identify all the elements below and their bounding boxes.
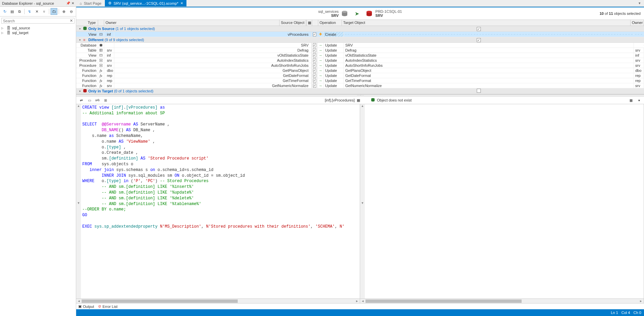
cell-target-object: AutoShortInfoRunJobs	[344, 63, 634, 68]
ab-button[interactable]: a•b	[94, 97, 100, 103]
grid-row[interactable]: DatabaseSRV→UpdateSRV	[76, 43, 644, 48]
cell-type: Function	[76, 68, 98, 73]
scroll-down-icon[interactable]: ▼	[76, 201, 81, 298]
search-box[interactable]: ✕	[1, 18, 75, 24]
svg-point-3	[342, 11, 347, 13]
tree-item-sql-target[interactable]: ▷ 🗄 sql_target	[0, 30, 76, 35]
cell-checkbox[interactable]	[312, 58, 318, 63]
folders-button[interactable]: 🗀	[51, 8, 57, 15]
cell-checkbox[interactable]	[312, 63, 318, 68]
search-input[interactable]	[3, 19, 70, 23]
cell-owner2: srv	[634, 58, 644, 63]
cell-checkbox[interactable]	[312, 78, 318, 83]
view-mode-button[interactable]: ▭	[86, 97, 92, 103]
grid-body: ▾ Only in Source (1 of 1 objects selecte…	[76, 26, 644, 94]
tree-arrow-icon[interactable]: ▷	[1, 27, 5, 30]
connect-button[interactable]: ↯	[26, 8, 33, 15]
group-collapse-icon[interactable]: ▾	[76, 27, 82, 30]
expand-button[interactable]: ⊞	[103, 97, 109, 103]
group-checkbox[interactable]	[476, 27, 482, 31]
cell-checkbox[interactable]	[312, 43, 318, 48]
expand-button[interactable]: ⊕	[60, 8, 67, 15]
group-title: Only in Source (1 of 1 objects selected)	[87, 26, 252, 31]
detail-panes: ▲ ▼ CREATE view [inf].[vProcedures] as -…	[76, 104, 644, 303]
sql-code-view[interactable]: CREATE view [inf].[vProcedures] as -- Ad…	[81, 104, 360, 298]
close-icon[interactable]: ✕	[71, 1, 74, 5]
type-icon	[98, 48, 104, 53]
collapse-button[interactable]: ⊖	[68, 8, 75, 15]
scroll-up-icon[interactable]: ▲	[76, 104, 81, 201]
cell-checkbox[interactable]	[312, 83, 318, 88]
tab-start-page[interactable]: ⌂ Start Page	[76, 0, 105, 6]
selection-summary: 10 of 11 objects selected	[599, 11, 641, 16]
col-operation-header[interactable]: Operation	[318, 20, 342, 26]
grid-row[interactable]: ViewinfvOldStatisticsState→UpdatevOldSta…	[76, 53, 644, 58]
group-checkbox[interactable]	[476, 89, 482, 93]
cell-checkbox[interactable]	[312, 68, 318, 73]
cell-type: View	[76, 32, 98, 37]
col-owner2-header[interactable]: Owner	[631, 20, 644, 26]
target-database: SRV	[375, 13, 402, 18]
database-icon: 🗄	[6, 31, 11, 35]
group-only-in-source[interactable]: ▾ Only in Source (1 of 1 objects selecte…	[76, 26, 644, 32]
horizontal-scrollbar[interactable]: ◂ ▸	[76, 298, 360, 303]
tree-label: sql_source	[12, 26, 30, 30]
cell-checkbox[interactable]	[312, 53, 318, 58]
cell-target-object: Defrag	[344, 48, 634, 53]
group-collapse-icon[interactable]: ▾	[76, 38, 82, 41]
error-list-tab[interactable]: ⊘ Error List	[98, 304, 118, 309]
layout-button[interactable]: ▦	[628, 97, 634, 103]
col-checkbox-header[interactable]: ▦	[306, 20, 312, 26]
cell-owner: srv	[104, 63, 114, 68]
grid-row[interactable]: FunctionfxdboGetPlansObject→UpdateGetPla…	[76, 68, 644, 73]
cell-checkbox[interactable]	[312, 73, 318, 78]
tree-arrow-icon[interactable]: ▷	[1, 31, 5, 34]
cell-checkbox[interactable]	[312, 48, 318, 53]
pin-icon[interactable]: 📌	[66, 1, 70, 5]
swap-button[interactable]: ⇄	[78, 97, 84, 103]
horizontal-scrollbar[interactable]: ◂ ▸	[360, 298, 644, 303]
cell-owner2	[634, 34, 644, 35]
col-owner-header[interactable]: Owner	[104, 20, 280, 26]
grid-row[interactable]: ProceduresrvAutoIndexStatistics→UpdateAu…	[76, 58, 644, 63]
filter-button[interactable]: ▿	[41, 8, 48, 15]
grid-row[interactable]: FunctionfxrepGetTimeFormat→UpdateGetTime…	[76, 78, 644, 83]
update-icon: →	[318, 83, 324, 88]
svg-point-6	[367, 14, 372, 16]
col-type-header[interactable]: Type	[76, 20, 98, 26]
cell-checkbox[interactable]	[312, 32, 318, 37]
cell-type: View	[76, 53, 98, 58]
search-clear-icon[interactable]: ✕	[70, 19, 73, 23]
tab-compare[interactable]: ⚙ SRV (sql_service...-1CSQL-01).scomp* ✕	[105, 0, 186, 6]
new-query-button[interactable]: ▤	[9, 8, 16, 15]
cell-operation: Create	[324, 32, 344, 37]
cell-source-object: AutoShortInfoRunJobs	[114, 63, 312, 68]
tab-overflow-button[interactable]: ▾	[635, 0, 644, 6]
refresh-button[interactable]: ↻	[1, 8, 8, 15]
tree-item-sql-source[interactable]: ▷ 🗄 sql_source	[0, 26, 76, 30]
output-tab[interactable]: ▣ Output	[78, 304, 94, 309]
cell-owner: rep	[104, 73, 114, 78]
status-line: Ln 1	[611, 311, 618, 315]
group-collapse-icon[interactable]: ▾	[76, 90, 82, 93]
col-target-object-header[interactable]: Target Object	[342, 20, 631, 26]
disconnect-button[interactable]: ✕	[33, 8, 40, 15]
source-code-pane: ▲ ▼ CREATE view [inf].[vProcedures] as -…	[76, 104, 360, 303]
type-icon	[98, 63, 104, 68]
copy-button[interactable]: ⧉	[16, 8, 23, 15]
scroll-down-icon[interactable]: ▼	[360, 201, 365, 298]
tab-close-icon[interactable]: ✕	[180, 1, 183, 5]
grid-row[interactable]: View inf vProcedures ✚ Create	[76, 32, 644, 37]
grid-row[interactable]: FunctionfxsrvGetNumericNormalize→UpdateG…	[76, 83, 644, 88]
grid-row[interactable]: ProceduresrvAutoShortInfoRunJobs→UpdateA…	[76, 63, 644, 68]
grid-row[interactable]: TablesrvDefrag→UpdateDefragsrv	[76, 48, 644, 53]
cell-type: Function	[76, 78, 98, 83]
group-checkbox[interactable]	[476, 38, 482, 42]
grid-row[interactable]: FunctionfxrepGetDateFormat→UpdateGetDate…	[76, 73, 644, 78]
group-different[interactable]: ▾ ≡ Different (9 of 9 objects selected)	[76, 37, 644, 43]
cell-owner2: srv	[634, 83, 644, 88]
compare-content: sql_services SRV ➤ PRD-1CSQL-01 SRV 10 o…	[76, 7, 644, 316]
col-source-object-header[interactable]: Source Object	[280, 20, 306, 26]
scroll-up-icon[interactable]: ▲	[360, 104, 365, 201]
dropdown-button[interactable]: ▾	[636, 97, 642, 103]
